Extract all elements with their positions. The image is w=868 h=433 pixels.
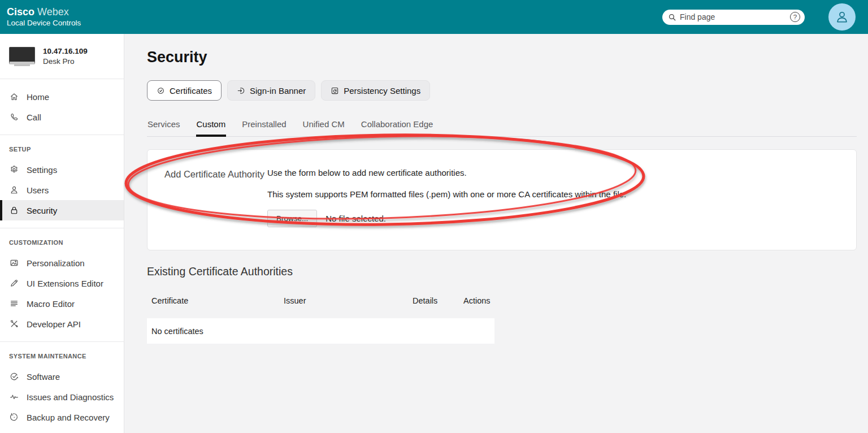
device-info: 10.47.16.109 Desk Pro	[0, 34, 124, 79]
section-title-setup: SETUP	[0, 142, 124, 159]
persistency-icon	[331, 86, 339, 95]
tab-unified-cm[interactable]: Unified CM	[302, 116, 345, 137]
certificates-button[interactable]: Certificates	[147, 80, 222, 101]
gear-icon	[9, 164, 19, 175]
sidebar-item-backup-and-recovery[interactable]: Backup and Recovery	[0, 407, 124, 427]
sidebar: 10.47.16.109 Desk Pro Home Call SETUP	[0, 34, 124, 433]
empty-table-text: No certificates	[151, 327, 203, 336]
main-content: Security Certificates Sign-in Banner	[124, 34, 868, 433]
nav-group-system-maintenance: SYSTEM MAINTENANCE Software Issues and D…	[0, 342, 124, 433]
sidebar-item-macro-editor[interactable]: Macro Editor	[0, 293, 124, 314]
brand: CiscoWebex Local Device Controls	[7, 6, 81, 27]
restore-icon	[9, 412, 19, 422]
lines-icon	[9, 298, 19, 309]
button-label: Sign-in Banner	[250, 86, 306, 96]
sign-in-icon	[237, 86, 245, 95]
sidebar-item-label: Software	[27, 372, 60, 382]
sidebar-item-personalization[interactable]: Personalization	[0, 253, 124, 273]
security-section-buttons: Certificates Sign-in Banner Persistency …	[147, 80, 857, 101]
help-icon[interactable]: ?	[790, 12, 800, 22]
app-header: CiscoWebex Local Device Controls ?	[0, 0, 868, 34]
pencil-icon	[9, 278, 19, 288]
product-name: Local Device Controls	[7, 19, 81, 28]
nav-group-general: Home Call	[0, 79, 124, 135]
crossed-tools-icon	[9, 319, 19, 329]
column-header-details: Details	[413, 296, 463, 305]
tab-collaboration-edge[interactable]: Collaboration Edge	[361, 116, 434, 137]
sidebar-item-users[interactable]: Users	[0, 180, 124, 200]
sidebar-item-label: Backup and Recovery	[27, 413, 110, 422]
sidebar-item-label: Developer API	[27, 319, 81, 329]
persistency-settings-button[interactable]: Persistency Settings	[321, 80, 430, 101]
nav-group-setup: SETUP Settings Users	[0, 135, 124, 228]
tab-custom[interactable]: Custom	[196, 116, 227, 137]
home-icon	[9, 92, 19, 102]
certificates-tabs: Services Custom Preinstalled Unified CM …	[147, 116, 857, 137]
button-label: Persistency Settings	[344, 86, 420, 96]
brand-cisco: Cisco	[7, 6, 34, 18]
section-title-system-maintenance: SYSTEM MAINTENANCE	[0, 349, 124, 366]
sidebar-item-home[interactable]: Home	[0, 86, 124, 107]
sidebar-item-issues-and-diagnostics[interactable]: Issues and Diagnostics	[0, 387, 124, 407]
sidebar-item-settings[interactable]: Settings	[0, 159, 124, 180]
sign-in-banner-button[interactable]: Sign-in Banner	[227, 80, 315, 101]
pulse-icon	[9, 392, 19, 402]
user-icon	[9, 185, 19, 195]
certificates-table-header: Certificate Issuer Details Actions	[147, 296, 857, 305]
existing-certificate-authorities-title: Existing Certificate Authorities	[147, 265, 857, 278]
person-icon	[834, 8, 850, 25]
sidebar-item-label: Users	[27, 185, 49, 195]
device-ip: 10.47.16.109	[43, 47, 88, 55]
sidebar-item-label: Settings	[27, 165, 57, 175]
search-icon	[668, 13, 676, 21]
brand-webex: Webex	[37, 6, 69, 18]
section-title-customization: CUSTOMIZATION	[0, 236, 124, 253]
image-icon	[9, 258, 19, 268]
lock-icon	[9, 205, 19, 215]
device-thumbnail	[9, 47, 35, 66]
column-header-actions: Actions	[463, 296, 491, 305]
column-header-certificate: Certificate	[151, 296, 284, 305]
sidebar-item-software[interactable]: Software	[0, 366, 124, 387]
sidebar-item-label: UI Extensions Editor	[27, 279, 103, 288]
sidebar-item-label: Call	[27, 112, 41, 122]
sidebar-item-ui-extensions-editor[interactable]: UI Extensions Editor	[0, 273, 124, 293]
certificate-seal-icon	[157, 86, 165, 95]
sidebar-item-label: Issues and Diagnostics	[27, 392, 114, 402]
tab-services[interactable]: Services	[147, 116, 181, 137]
browse-button[interactable]: Browse...	[267, 210, 317, 227]
sidebar-item-label: Home	[27, 92, 49, 102]
search-box[interactable]: ?	[662, 10, 805, 25]
sidebar-item-label: Personalization	[27, 258, 85, 268]
button-label: Certificates	[170, 86, 212, 96]
card-description-2: This system supports PEM formatted files…	[267, 189, 843, 199]
sidebar-item-label: Security	[27, 206, 57, 215]
sidebar-item-label: Macro Editor	[27, 299, 75, 309]
device-model: Desk Pro	[43, 57, 88, 66]
card-heading: Add Certificate Authority	[164, 168, 267, 227]
search-input[interactable]	[680, 12, 787, 21]
tab-preinstalled[interactable]: Preinstalled	[241, 116, 287, 137]
circle-check-icon	[9, 371, 19, 382]
page-title: Security	[147, 49, 857, 66]
file-status-text: No file selected.	[326, 214, 386, 223]
column-header-issuer: Issuer	[284, 296, 413, 305]
avatar[interactable]	[828, 3, 856, 31]
table-row-empty: No certificates	[147, 318, 494, 344]
card-description-1: Use the form below to add new certificat…	[267, 168, 843, 177]
sidebar-item-call[interactable]: Call	[0, 107, 124, 127]
sidebar-item-security[interactable]: Security	[0, 200, 124, 220]
call-icon	[9, 112, 19, 122]
nav-group-customization: CUSTOMIZATION Personalization UI Extensi…	[0, 228, 124, 341]
sidebar-item-developer-api[interactable]: Developer API	[0, 314, 124, 334]
add-certificate-authority-card: Add Certificate Authority Use the form b…	[147, 149, 857, 250]
